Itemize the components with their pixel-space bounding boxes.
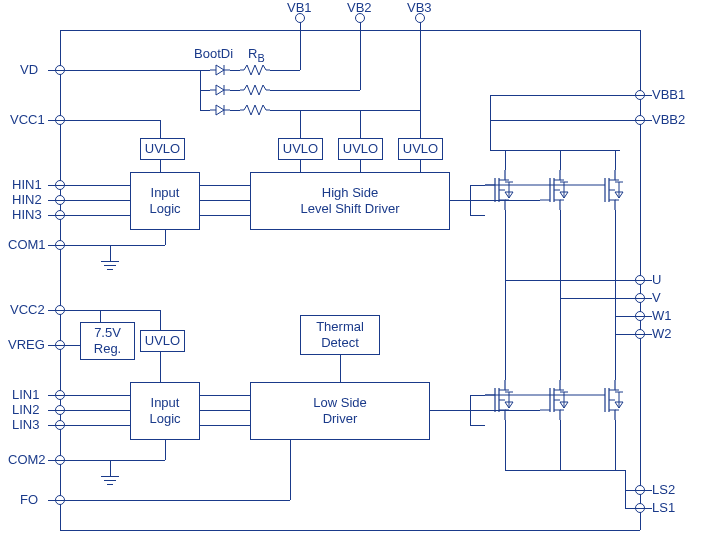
label-u: U bbox=[652, 272, 661, 287]
diode-icon bbox=[210, 84, 230, 96]
outline-top bbox=[60, 30, 640, 31]
mosfet-icon bbox=[485, 170, 525, 210]
label-rb: RB bbox=[248, 46, 265, 64]
block-diagram: VB1 VB2 VB3 VD VCC1 HIN1 HIN2 HIN3 COM1 … bbox=[0, 0, 720, 557]
label-vb1: VB1 bbox=[287, 0, 312, 15]
label-vd: VD bbox=[20, 62, 38, 77]
label-com1: COM1 bbox=[8, 237, 46, 252]
block-uvlo-vb3: UVLO bbox=[398, 138, 443, 160]
block-input-logic-high: Input Logic bbox=[130, 172, 200, 230]
mosfet-icon bbox=[540, 380, 580, 420]
mosfet-icon bbox=[595, 170, 635, 210]
block-low-side-driver: Low Side Driver bbox=[250, 382, 430, 440]
block-uvlo-vcc1: UVLO bbox=[140, 138, 185, 160]
label-vcc1: VCC1 bbox=[10, 112, 45, 127]
block-input-logic-low: Input Logic bbox=[130, 382, 200, 440]
label-v: V bbox=[652, 290, 661, 305]
block-uvlo-vb1: UVLO bbox=[278, 138, 323, 160]
label-ls1: LS1 bbox=[652, 500, 675, 515]
label-vbb2: VBB2 bbox=[652, 112, 685, 127]
resistor-icon bbox=[240, 104, 270, 116]
label-vcc2: VCC2 bbox=[10, 302, 45, 317]
diode-icon bbox=[210, 64, 230, 76]
label-lin1: LIN1 bbox=[12, 387, 39, 402]
label-vbb1: VBB1 bbox=[652, 87, 685, 102]
outline-bottom bbox=[60, 530, 640, 531]
block-uvlo-vb2: UVLO bbox=[338, 138, 383, 160]
diode-icon bbox=[210, 104, 230, 116]
label-w2: W2 bbox=[652, 326, 672, 341]
resistor-icon bbox=[240, 84, 270, 96]
label-ls2: LS2 bbox=[652, 482, 675, 497]
mosfet-icon bbox=[540, 170, 580, 210]
label-fo: FO bbox=[20, 492, 38, 507]
mosfet-icon bbox=[485, 380, 525, 420]
label-com2: COM2 bbox=[8, 452, 46, 467]
label-w1: W1 bbox=[652, 308, 672, 323]
resistor-icon bbox=[240, 64, 270, 76]
ground-icon bbox=[101, 476, 119, 490]
mosfet-icon bbox=[595, 380, 635, 420]
label-hin1: HIN1 bbox=[12, 177, 42, 192]
block-thermal-detect: Thermal Detect bbox=[300, 315, 380, 355]
label-hin2: HIN2 bbox=[12, 192, 42, 207]
ground-icon bbox=[101, 261, 119, 275]
label-vreg: VREG bbox=[8, 337, 45, 352]
block-75v-reg: 7.5V Reg. bbox=[80, 322, 135, 360]
block-uvlo-vcc2: UVLO bbox=[140, 330, 185, 352]
label-bootdi: BootDi bbox=[194, 46, 233, 61]
label-lin3: LIN3 bbox=[12, 417, 39, 432]
label-vb2: VB2 bbox=[347, 0, 372, 15]
label-hin3: HIN3 bbox=[12, 207, 42, 222]
label-vb3: VB3 bbox=[407, 0, 432, 15]
block-high-side-driver: High Side Level Shift Driver bbox=[250, 172, 450, 230]
label-lin2: LIN2 bbox=[12, 402, 39, 417]
